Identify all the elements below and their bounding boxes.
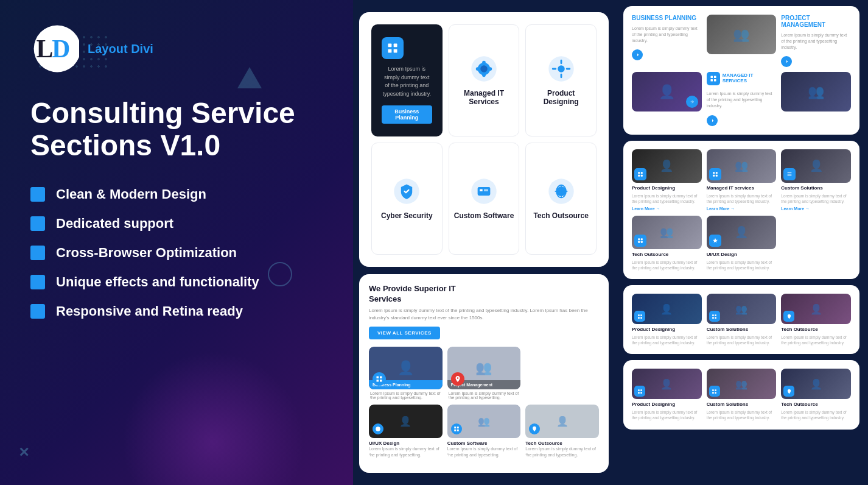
rc3-cell-0: 👤 Product Designing Lorem Ipsum is simpl… [632, 294, 702, 345]
right-panel: BUSINESS PLANNING Lorem Ipsum is simply … [615, 0, 868, 485]
svg-rect-23 [380, 376, 382, 378]
feature-item-5: Responsive and Retina ready [30, 303, 323, 319]
featured-btn[interactable]: Business Planning [382, 105, 432, 124]
feature-bullet-3 [30, 246, 45, 260]
right-card-3: 👤 Product Designing Lorem Ipsum is simpl… [623, 285, 859, 354]
preview-title: We Provide Superior IT Services [369, 284, 466, 305]
featured-icon [382, 37, 404, 59]
svg-rect-18 [480, 189, 483, 191]
rc2-cell-cs: 👤 Custom Solutions Lorem Ipsum is simply… [781, 149, 851, 211]
rc1-pm-arrow[interactable] [781, 56, 792, 67]
feature-bullet-1 [30, 187, 45, 202]
rc4-desc-0: Lorem Ipsum is simply dummy text of the … [632, 409, 702, 420]
cs-badge [451, 423, 462, 434]
svg-rect-22 [377, 376, 379, 378]
cs-img: 👥 [447, 405, 521, 438]
to-badge [529, 423, 540, 434]
rc1-bp-arrow[interactable] [632, 49, 643, 60]
rc3-badge-1 [709, 311, 720, 322]
svg-rect-59 [712, 389, 714, 391]
deco-x: ✕ [18, 445, 29, 461]
rc3-desc-0: Lorem Ipsum is simply dummy text of the … [632, 335, 702, 345]
svg-rect-36 [641, 172, 643, 174]
rc2-link-cs[interactable]: Learn More → [781, 207, 851, 211]
rc2-link-pd[interactable]: Learn More → [632, 207, 702, 211]
rc1-mit-desc: Lorem Ipsum is simply dummy text of the … [707, 91, 777, 108]
to-desc: Lorem Ipsum is simply dummy text of the … [525, 446, 599, 458]
svg-rect-6 [394, 49, 397, 53]
to-img: 👤 [525, 405, 599, 438]
feature-item-1: Clean & Modern Design [30, 186, 323, 202]
svg-rect-24 [377, 380, 379, 382]
rc2-desc-ux: Lorem Ipsum is simply dummy text of the … [707, 260, 777, 271]
rc1-cell-bp: BUSINESS PLANNING Lorem Ipsum is simply … [632, 15, 702, 67]
view-all-btn[interactable]: VIEW ALL SERVICES [369, 327, 440, 339]
svg-rect-31 [710, 76, 713, 79]
rc4-badge-1 [709, 386, 720, 397]
service-tile-business-planning[interactable]: Lorem Ipsum is simply dummy text of the … [371, 24, 443, 136]
rc1-bp-heading: BUSINESS PLANNING [632, 15, 702, 21]
main-heading: Consulting Service Sections V1.0 [30, 97, 323, 162]
rc1-bp-desc: Lorem Ipsum is simply dummy text of the … [632, 26, 702, 43]
tech-outsource-label: Tech Outsource [533, 211, 588, 220]
rc1-mit-arrow[interactable] [707, 115, 718, 126]
right-thumb-row-1: BUSINESS PLANNING Lorem Ipsum is simply … [632, 15, 851, 67]
preview-header: We Provide Superior IT Services Lorem Ip… [369, 284, 599, 339]
service-tile-custom-software[interactable]: Custom Software [449, 143, 520, 255]
svg-rect-38 [641, 175, 643, 177]
rc2-desc-pd: Lorem Ipsum is simply dummy text of the … [632, 193, 702, 204]
svg-rect-37 [638, 175, 640, 177]
rc2-grid-row2: 👥 Tech Outsource Lorem Ipsum is simply d… [632, 216, 851, 271]
rc1-nav-btn[interactable] [686, 96, 698, 108]
rc2-label-cs: Custom Solutions [781, 185, 851, 191]
svg-rect-46 [641, 241, 643, 243]
featured-content: Lorem Ipsum is simply dummy text of the … [377, 32, 437, 129]
rc4-img-0: 👤 [632, 369, 702, 399]
rc4-grid: 👤 Product Designing Lorem Ipsum is simpl… [632, 369, 851, 420]
svg-rect-49 [638, 317, 640, 319]
rc1-pm-desc: Lorem Ipsum is simply dummy text of the … [781, 32, 851, 50]
services-card: Lorem Ipsum is simply dummy text of the … [359, 12, 609, 267]
featured-desc: Lorem Ipsum is simply dummy text of the … [382, 65, 432, 98]
managed-it-label: Managed IT Services [454, 89, 514, 106]
feature-item-2: Dedicated support [30, 216, 323, 232]
svg-text:L: L [37, 35, 54, 63]
feature-bullet-2 [30, 216, 45, 231]
services-grid: Lorem Ipsum is simply dummy text of the … [371, 24, 597, 255]
preview-cell-cs: 👥 Custom Software Lorem Ipsum is simply … [447, 405, 521, 458]
svg-rect-57 [638, 392, 640, 394]
to-label: Tech Outsource [525, 441, 599, 446]
rc2-img-pd: 👤 [632, 149, 702, 183]
rc3-desc-2: Lorem Ipsum is simply dummy text of the … [781, 335, 851, 345]
service-tile-tech-outsource[interactable]: Tech Outsource [525, 143, 597, 255]
cs-desc: Lorem Ipsum is simply dummy text of the … [447, 446, 521, 458]
rc3-cell-2: 👤 Tech Outsource Lorem Ipsum is simply d… [781, 294, 851, 345]
custom-software-label: Custom Software [454, 211, 514, 220]
rc3-label-1: Custom Solutions [707, 327, 777, 332]
preview-desc: Lorem Ipsum is simply dummy text of the … [369, 307, 599, 322]
right-card-2: 👤 Product Designing Lorem Ipsum is simpl… [623, 141, 859, 279]
service-tile-managed-it[interactable]: Managed IT Services [449, 24, 520, 136]
svg-rect-35 [638, 172, 640, 174]
rc4-badge-2 [783, 386, 794, 397]
rc2-img-mit: 👥 [707, 149, 777, 183]
rc2-label-ux: UI/UX Design [707, 252, 777, 257]
feature-list: Clean & Modern Design Dedicated support … [30, 186, 323, 319]
service-tile-product-designing[interactable]: Product Designing [525, 24, 597, 136]
service-tile-cyber-security[interactable]: Cyber Security [371, 143, 443, 255]
svg-rect-58 [640, 392, 642, 394]
svg-rect-34 [714, 79, 716, 82]
svg-point-12 [476, 67, 480, 71]
svg-rect-44 [641, 238, 643, 240]
rc2-desc-mit: Lorem Ipsum is simply dummy text of the … [707, 193, 777, 204]
preview-grid-row2: 👤 UI/UX Design Lorem Ipsum is simply dum… [369, 405, 599, 458]
rc2-label-pd: Product Designing [632, 185, 702, 191]
rc2-cell-to: 👥 Tech Outsource Lorem Ipsum is simply d… [632, 216, 702, 271]
rc4-label-0: Product Designing [632, 402, 702, 407]
svg-rect-45 [638, 241, 640, 243]
rc1-cell-img2: 👤 [632, 72, 702, 126]
logo-icon: L D [30, 24, 79, 73]
rc2-desc-to: Lorem Ipsum is simply dummy text of the … [632, 260, 702, 271]
rc2-link-mit[interactable]: Learn More → [707, 207, 777, 211]
rc4-label-1: Custom Solutions [707, 402, 777, 407]
